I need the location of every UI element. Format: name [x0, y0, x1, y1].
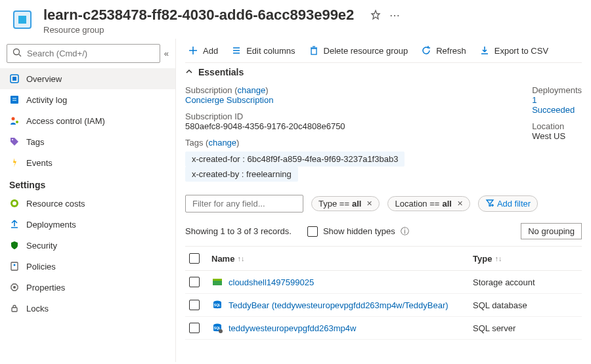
- sidebar-item-overview[interactable]: Overview: [0, 68, 175, 89]
- row-checkbox[interactable]: [189, 300, 200, 310]
- page-title: learn-c2538478-ff82-4030-add6-6acc893e99…: [43, 7, 354, 24]
- type-filter-pill[interactable]: Type == all✕: [311, 196, 380, 211]
- subscription-label: Subscription (change): [185, 85, 269, 95]
- subscription-change-link[interactable]: change: [238, 85, 266, 95]
- sidebar-item-tags[interactable]: Tags: [0, 131, 175, 152]
- sidebar-item-label: Policies: [26, 262, 56, 272]
- filter-input[interactable]: [185, 195, 303, 212]
- show-hidden-label: Show hidden types: [323, 226, 395, 236]
- sort-icon: ↑↓: [494, 254, 502, 262]
- close-icon[interactable]: ✕: [457, 199, 463, 208]
- resource-costs-icon: [9, 198, 20, 209]
- sidebar-item-properties[interactable]: Properties: [0, 277, 175, 298]
- table-row[interactable]: SQL teddywesteuropevpgfdd263mp4w SQL ser…: [185, 317, 582, 340]
- svg-text:SQL: SQL: [214, 326, 221, 330]
- sidebar-item-label: Properties: [26, 283, 65, 293]
- collapse-icon[interactable]: «: [164, 49, 169, 58]
- location-label: Location: [532, 121, 564, 131]
- properties-icon: [9, 282, 20, 293]
- svg-rect-1: [18, 16, 26, 24]
- svg-point-2: [14, 49, 20, 55]
- tags-icon: [9, 136, 20, 147]
- show-hidden-checkbox[interactable]: [307, 226, 318, 237]
- sidebar-search-input[interactable]: [27, 49, 154, 58]
- events-icon: [9, 157, 20, 168]
- sidebar-item-locks[interactable]: Locks: [0, 298, 175, 319]
- resource-name-link[interactable]: cloudshell1497599025: [229, 277, 314, 287]
- close-icon[interactable]: ✕: [366, 199, 372, 208]
- trash-icon: [309, 45, 319, 56]
- sidebar-item-activity-log[interactable]: Activity log: [0, 89, 175, 110]
- info-icon[interactable]: ⓘ: [401, 226, 409, 237]
- deployments-icon: [9, 219, 20, 230]
- resource-type: SQL server: [473, 323, 578, 333]
- svg-rect-6: [11, 96, 18, 104]
- resource-type: Storage account: [473, 277, 578, 287]
- delete-button[interactable]: Delete resource group: [309, 45, 408, 56]
- svg-point-17: [13, 286, 16, 289]
- refresh-button[interactable]: Refresh: [421, 45, 466, 56]
- sidebar-item-events[interactable]: Events: [0, 152, 175, 173]
- activity-log-icon: [9, 94, 20, 105]
- search-icon: [12, 48, 22, 59]
- grouping-select[interactable]: No grouping: [521, 223, 582, 239]
- tag-pill[interactable]: x-created-by : freelearning: [185, 167, 298, 182]
- location-filter-pill[interactable]: Location == all✕: [387, 196, 470, 211]
- sidebar-item-label: Locks: [26, 304, 49, 313]
- records-status: Showing 1 to 3 of 3 records.: [185, 226, 292, 236]
- export-csv-button[interactable]: Export to CSV: [479, 45, 548, 56]
- resource-name-link[interactable]: TeddyBear (teddywesteuropevpgfdd263mp4w/…: [229, 300, 449, 310]
- pin-icon[interactable]: [370, 9, 382, 23]
- sidebar-item-label: Activity log: [26, 95, 67, 105]
- deployments-link[interactable]: 1 Succeeded: [532, 95, 575, 115]
- more-icon[interactable]: ⋯: [389, 9, 400, 23]
- sort-icon: ↑↓: [237, 254, 244, 262]
- deployments-label: Deployments: [532, 85, 582, 95]
- svg-rect-24: [311, 49, 317, 54]
- svg-line-3: [19, 54, 22, 57]
- columns-icon: [231, 45, 242, 56]
- sidebar-item-label: Resource costs: [26, 199, 85, 209]
- resource-name-link[interactable]: teddywesteuropevpgfdd263mp4w: [229, 323, 356, 333]
- svg-point-11: [12, 139, 13, 140]
- essentials-toggle[interactable]: Essentials: [185, 62, 582, 81]
- sidebar-item-deployments[interactable]: Deployments: [0, 214, 175, 235]
- refresh-icon: [421, 45, 431, 56]
- page-subtitle: Resource group: [43, 25, 354, 35]
- subscription-id-label: Subscription ID: [185, 111, 243, 121]
- access-control-icon: [9, 115, 20, 126]
- table-row[interactable]: cloudshell1497599025 Storage account: [185, 271, 582, 294]
- sidebar-item-label: Security: [26, 241, 57, 251]
- sidebar-search[interactable]: [7, 44, 160, 63]
- row-checkbox[interactable]: [189, 277, 200, 287]
- sidebar-item-security[interactable]: Security: [0, 235, 175, 256]
- sidebar-item-label: Deployments: [26, 220, 76, 230]
- subscription-id-value: 580aefc8-9048-4356-9176-20c4808e6750: [185, 121, 345, 131]
- sidebar-item-label: Tags: [26, 137, 44, 147]
- add-filter-button[interactable]: Add filter: [478, 195, 538, 212]
- locks-icon: [9, 303, 20, 313]
- tag-pill[interactable]: x-created-for : 6bc48f9f-a859-4fea-9f69-…: [185, 152, 405, 167]
- sidebar-item-policies[interactable]: Policies: [0, 256, 175, 277]
- resource-group-icon: [9, 7, 35, 33]
- table-row[interactable]: SQL TeddyBear (teddywesteuropevpgfdd263m…: [185, 294, 582, 317]
- svg-rect-31: [213, 279, 222, 281]
- sidebar-item-access-control[interactable]: Access control (IAM): [0, 110, 175, 131]
- tags-label: Tags (change): [185, 138, 239, 148]
- tags-change-link[interactable]: change: [208, 138, 236, 148]
- sidebar-item-label: Access control (IAM): [26, 116, 105, 126]
- sidebar-section-settings: Settings: [0, 173, 175, 193]
- column-header-type[interactable]: Type ↑↓: [473, 253, 578, 264]
- edit-columns-button[interactable]: Edit columns: [231, 45, 295, 56]
- sidebar-item-label: Events: [26, 158, 53, 168]
- location-value: West US: [532, 131, 565, 141]
- chevron-up-icon: [185, 67, 193, 77]
- subscription-name-link[interactable]: Concierge Subscription: [185, 95, 273, 105]
- sidebar-item-resource-costs[interactable]: Resource costs: [0, 193, 175, 214]
- column-header-name[interactable]: Name ↑↓: [211, 253, 473, 264]
- row-checkbox[interactable]: [189, 323, 200, 333]
- svg-rect-5: [12, 77, 16, 81]
- svg-point-9: [12, 117, 15, 121]
- select-all-checkbox[interactable]: [189, 253, 200, 264]
- add-button[interactable]: Add: [188, 45, 218, 56]
